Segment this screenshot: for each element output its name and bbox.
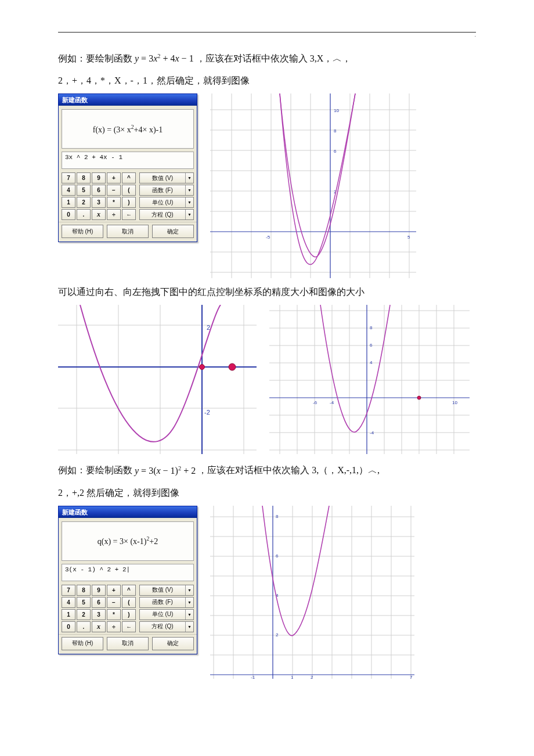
plot-1: -5 5 2 6 8 10 [210,93,416,278]
tick-label: 2 [311,675,313,679]
key-lparen[interactable]: ( [122,597,136,608]
key-plus[interactable]: + [107,172,121,183]
tick-label: -4 [330,400,334,405]
key-lparen[interactable]: ( [122,185,136,196]
key-3[interactable]: 3 [92,197,106,208]
key-7[interactable]: 7 [62,585,75,596]
dialog-title: 新建函数 [59,94,197,106]
formula-display: q(x) = 3× (x-1)2+2 [98,535,158,546]
menu-unit[interactable]: 单位 (U)▼ [139,609,194,620]
para-3b: 2，+,2 然后确定，就得到图像 [58,484,476,502]
tick-label: 2 [276,632,279,638]
tick-label: 8 [370,325,373,330]
cancel-button[interactable]: 取消 [107,225,149,238]
dialog-new-function-1: 新建函数 f(x) = (3× x2+4× x)-1 3x ^ 2 + 4x -… [58,93,197,242]
chevron-down-icon: ▼ [185,597,193,607]
key-5[interactable]: 5 [77,597,91,608]
key-dot[interactable]: . [77,621,91,632]
key-back[interactable]: ← [122,621,136,632]
ok-button[interactable]: 确定 [152,225,194,238]
menu-function[interactable]: 函数 (F)▼ [139,597,194,608]
tick-label: 1 [291,675,294,679]
tick-label: -4 [370,430,374,435]
key-minus[interactable]: − [107,597,121,608]
key-x[interactable]: x [92,621,106,632]
svg-point-30 [229,363,236,370]
expression-input[interactable]: 3x ^ 2 + 4x - 1 [62,152,194,169]
menu-value[interactable]: 数值 (V)▼ [139,585,194,596]
key-8[interactable]: 8 [77,585,91,596]
key-x[interactable]: x [92,209,106,220]
chevron-down-icon: ▼ [185,610,193,620]
key-6[interactable]: 6 [92,185,106,196]
key-6[interactable]: 6 [92,597,106,608]
key-7[interactable]: 7 [62,172,75,183]
key-back[interactable]: ← [122,209,136,220]
key-div[interactable]: ÷ [107,209,121,220]
key-plus[interactable]: + [107,585,121,596]
key-2[interactable]: 2 [77,609,91,620]
key-0[interactable]: 0 [62,209,75,220]
key-rparen[interactable]: ) [122,609,136,620]
chevron-down-icon: ▼ [185,210,193,219]
tick-label: 8 [334,128,337,134]
key-4[interactable]: 4 [62,597,75,608]
key-8[interactable]: 8 [77,172,91,183]
menu-value[interactable]: 数值 (V)▼ [139,172,194,183]
keypad: 7 8 9 + ^ 4 5 6 − ( 1 2 3 * ) 0 . [62,172,136,220]
corner-dot: . [475,32,476,38]
tick-label: -5 [266,235,270,240]
svg-point-51 [417,396,421,399]
key-1[interactable]: 1 [62,609,75,620]
key-4[interactable]: 4 [62,185,75,196]
tick-label: -6 [313,400,317,405]
key-5[interactable]: 5 [77,185,91,196]
tick-label: 7 [410,675,413,679]
key-minus[interactable]: − [107,185,121,196]
key-pow[interactable]: ^ [122,172,136,183]
chevron-down-icon: ▼ [185,622,193,632]
cancel-button[interactable]: 取消 [107,637,149,650]
key-dot[interactable]: . [77,209,91,220]
tick-label: 6 [334,149,337,154]
tick-label: 2 [207,324,210,331]
expression-input[interactable]: 3(x - 1) ^ 2 + 2| [62,564,194,581]
svg-point-29 [200,365,205,370]
tick-label: 5 [407,235,410,240]
key-times[interactable]: * [107,197,121,208]
key-9[interactable]: 9 [92,585,106,596]
chevron-down-icon: ▼ [185,585,193,595]
tick-label: 4 [370,360,373,365]
key-pow[interactable]: ^ [122,585,136,596]
plot-2a: 2 -2 [58,305,257,454]
formula-panel: q(x) = 3× (x-1)2+2 [62,521,194,561]
key-9[interactable]: 9 [92,172,106,183]
key-1[interactable]: 1 [62,197,75,208]
key-div[interactable]: ÷ [107,621,121,632]
menu-function[interactable]: 函数 (F)▼ [139,185,194,196]
plot-2b: -6 -4 10 4 6 8 -4 [269,305,470,454]
menu-unit[interactable]: 单位 (U)▼ [139,197,194,208]
tick-label: 10 [334,108,339,113]
key-3[interactable]: 3 [92,609,106,620]
chevron-down-icon: ▼ [185,173,193,183]
keypad: 7 8 9 + ^ 4 5 6 − ( 1 2 3 * ) 0 . [62,585,136,632]
key-0[interactable]: 0 [62,621,75,632]
tick-label: 6 [370,343,373,348]
para-2: 可以通过向右、向左拖拽下图中的红点控制坐标系的精度大小和图像的大小 [58,283,476,301]
menu-equation[interactable]: 方程 (Q)▼ [139,209,194,220]
help-button[interactable]: 帮助 (H) [62,637,103,650]
key-2[interactable]: 2 [77,197,91,208]
top-rule [58,32,476,33]
para-1b: 2，+，4，*，X，-，1，然后确定，就得到图像 [58,71,476,90]
key-times[interactable]: * [107,609,121,620]
formula-panel: f(x) = (3× x2+4× x)-1 [62,109,194,149]
chevron-down-icon: ▼ [185,185,193,195]
menu-equation[interactable]: 方程 (Q)▼ [139,621,194,632]
key-rparen[interactable]: ) [122,197,136,208]
dialog-title: 新建函数 [59,506,197,518]
ok-button[interactable]: 确定 [152,637,194,650]
tick-label: 6 [276,553,279,559]
help-button[interactable]: 帮助 (H) [62,225,103,238]
formula-display: f(x) = (3× x2+4× x)-1 [93,124,163,135]
